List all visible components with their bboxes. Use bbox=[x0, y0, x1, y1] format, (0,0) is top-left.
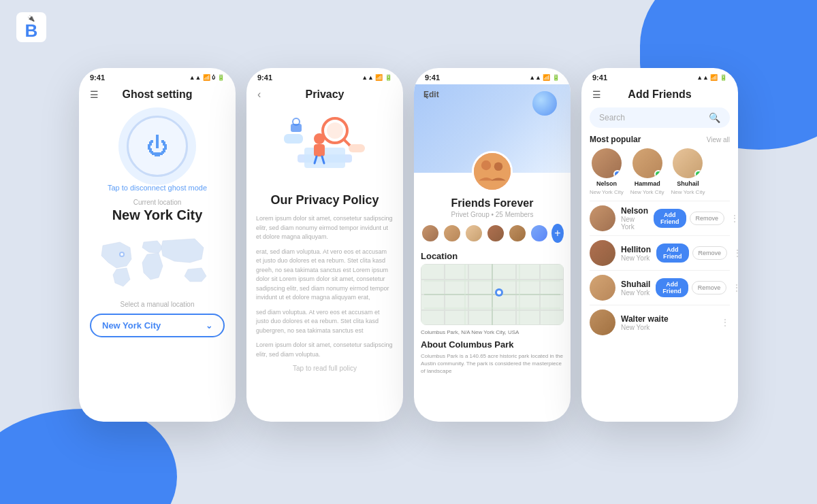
remove-button-nelson[interactable]: Remove bbox=[690, 212, 725, 225]
member-3 bbox=[464, 224, 483, 243]
more-icon-nelson[interactable]: ⋮ bbox=[730, 213, 738, 224]
privacy-body-4: Lorem ipsum dolor sit amet, consetetur s… bbox=[246, 341, 403, 359]
more-icon-walter[interactable]: ⋮ bbox=[720, 317, 730, 328]
friend-city-shuhail: New York bbox=[621, 289, 650, 297]
back-icon-2[interactable]: ‹ bbox=[257, 88, 261, 101]
about-section-title: About Columbus Park bbox=[414, 337, 571, 352]
menu-icon-4[interactable]: ☰ bbox=[592, 89, 601, 100]
status-bar-1: 9:41 ▲▲ 📶 ὐ‌ 🔋 bbox=[79, 68, 236, 84]
member-2 bbox=[443, 224, 462, 243]
pop-badge-3 bbox=[694, 170, 703, 178]
friend-info-nelson: Nelson New York bbox=[621, 206, 648, 231]
view-all-label[interactable]: View all bbox=[707, 136, 730, 144]
search-icon[interactable]: 🔍 bbox=[709, 112, 720, 123]
friend-item-helliton: Helliton New York Add Friend Remove ⋮ bbox=[581, 236, 738, 270]
blob-bottom-left bbox=[0, 409, 177, 504]
status-time-4: 9:41 bbox=[592, 73, 607, 82]
svg-point-7 bbox=[314, 133, 325, 144]
members-row: + bbox=[414, 224, 571, 248]
status-icons-1: ▲▲ 📶 ὐ‌ 🔋 bbox=[189, 74, 225, 81]
svg-point-16 bbox=[481, 161, 491, 170]
status-icons-3: ▲▲ 📶 🔋 bbox=[529, 74, 560, 81]
select-manual-label: Select a manual location bbox=[79, 301, 236, 308]
popular-avatars: Nelson New York City Hammad New York Cit… bbox=[581, 148, 738, 201]
logo: 🔌 B bbox=[16, 12, 46, 42]
friend-name-walter: Walter waite bbox=[621, 314, 715, 324]
friend-avatar-nelson bbox=[590, 205, 615, 231]
add-friend-button-helliton[interactable]: Add Friend bbox=[656, 243, 689, 263]
friend-city-nelson: New York bbox=[621, 216, 648, 231]
svg-rect-8 bbox=[314, 144, 325, 156]
phone2-header: ‹ Privacy bbox=[246, 84, 403, 103]
pop-name-3: Shuhail bbox=[677, 180, 699, 187]
svg-point-25 bbox=[497, 290, 501, 295]
our-privacy-policy-title: Our Privacy Policy bbox=[246, 193, 403, 207]
status-icons-2: ▲▲ 📶 🔋 bbox=[362, 74, 392, 81]
pop-name-1: Nelson bbox=[596, 180, 617, 187]
pop-avatar-3[interactable] bbox=[673, 148, 703, 178]
tap-read-policy[interactable]: Tap to read full policy bbox=[246, 365, 403, 372]
svg-point-1 bbox=[121, 253, 123, 256]
friend-name-helliton: Helliton bbox=[621, 245, 651, 254]
city-name-display: New York City bbox=[79, 207, 236, 223]
pop-avatar-2[interactable] bbox=[632, 148, 662, 178]
phone4-header: ☰ Add Friends bbox=[581, 84, 738, 103]
friend-name-nelson: Nelson bbox=[621, 206, 648, 216]
group-name: Friends Forever bbox=[421, 197, 564, 209]
pop-name-2: Hammad bbox=[635, 180, 660, 187]
add-friends-title: Add Friends bbox=[628, 88, 691, 101]
chevron-down-icon: ⌄ bbox=[206, 321, 212, 331]
phone3-group-info: Friends Forever Privet Group • 25 Member… bbox=[414, 197, 571, 218]
pop-city-2: New York City bbox=[630, 189, 664, 195]
phone1-header: ☰ Ghost setting bbox=[79, 84, 236, 103]
status-icons-4: ▲▲ 📶 🔋 bbox=[696, 74, 727, 81]
location-dropdown[interactable]: New York City ⌄ bbox=[90, 314, 225, 337]
popular-person-2: Hammad New York City bbox=[630, 148, 664, 195]
more-icon-shuhail[interactable]: ⋮ bbox=[732, 282, 738, 293]
friend-info-shuhail: Shuhail New York bbox=[621, 280, 650, 297]
privacy-body-3: sed diam voluptua. At vero eos et accusa… bbox=[246, 308, 403, 336]
pop-city-3: New York City bbox=[671, 189, 705, 195]
friend-avatar-helliton bbox=[590, 240, 615, 266]
group-avatar bbox=[472, 151, 513, 192]
friend-city-helliton: New York bbox=[621, 254, 651, 262]
more-icon-helliton[interactable]: ⋮ bbox=[733, 248, 738, 258]
search-bar[interactable]: Search 🔍 bbox=[590, 107, 730, 128]
phone-privacy: 9:41 ▲▲ 📶 🔋 ‹ Privacy bbox=[246, 68, 403, 422]
location-section-title: Location bbox=[414, 248, 571, 264]
friend-item-walter: Walter waite New York ⋮ bbox=[581, 305, 738, 339]
member-5 bbox=[508, 224, 527, 243]
tap-disconnect-label[interactable]: Tap to disconnect ghost mode bbox=[79, 184, 236, 192]
power-icon: ⏻ bbox=[146, 134, 168, 159]
menu-icon-1[interactable]: ☰ bbox=[90, 89, 99, 100]
world-map bbox=[89, 229, 225, 297]
remove-button-helliton[interactable]: Remove bbox=[692, 246, 728, 260]
friend-info-helliton: Helliton New York bbox=[621, 245, 651, 262]
friend-actions-helliton: Add Friend Remove bbox=[656, 243, 727, 263]
current-location-label: Current location bbox=[79, 199, 236, 206]
popular-person-1: Nelson New York City bbox=[590, 148, 624, 195]
remove-button-shuhail[interactable]: Remove bbox=[692, 281, 727, 295]
power-circle-wrap: ⏻ bbox=[79, 116, 236, 177]
power-circle[interactable]: ⏻ bbox=[127, 116, 188, 177]
group-meta: Privet Group • 25 Members bbox=[421, 211, 564, 218]
status-bar-3: 9:41 ▲▲ 📶 🔋 bbox=[414, 68, 571, 84]
pop-city-1: New York City bbox=[590, 189, 624, 195]
add-friend-button-nelson[interactable]: Add Friend bbox=[654, 209, 686, 228]
about-text: Columbus Park is a 140.65 acre historic … bbox=[414, 352, 571, 375]
most-popular-row: Most popular View all bbox=[581, 132, 738, 148]
pop-avatar-1[interactable] bbox=[592, 148, 622, 178]
add-friend-button-shuhail[interactable]: Add Friend bbox=[656, 278, 688, 297]
status-time-1: 9:41 bbox=[90, 73, 105, 82]
friend-actions-nelson: Add Friend Remove bbox=[654, 209, 724, 228]
logo-box: 🔌 B bbox=[16, 12, 46, 42]
svg-rect-12 bbox=[349, 144, 365, 152]
ghost-setting-title: Ghost setting bbox=[122, 88, 192, 101]
back-icon-3[interactable]: ‹ bbox=[425, 90, 428, 102]
friend-name-shuhail: Shuhail bbox=[621, 280, 650, 289]
group-avatar-wrap bbox=[472, 151, 513, 192]
add-member-button[interactable]: + bbox=[551, 224, 564, 243]
phone-ghost-setting: 9:41 ▲▲ 📶 ὐ‌ 🔋 ☰ Ghost setting ⏻ Tap to … bbox=[79, 68, 236, 422]
friend-avatar-shuhail bbox=[590, 275, 615, 301]
friend-avatar-walter bbox=[590, 309, 615, 335]
